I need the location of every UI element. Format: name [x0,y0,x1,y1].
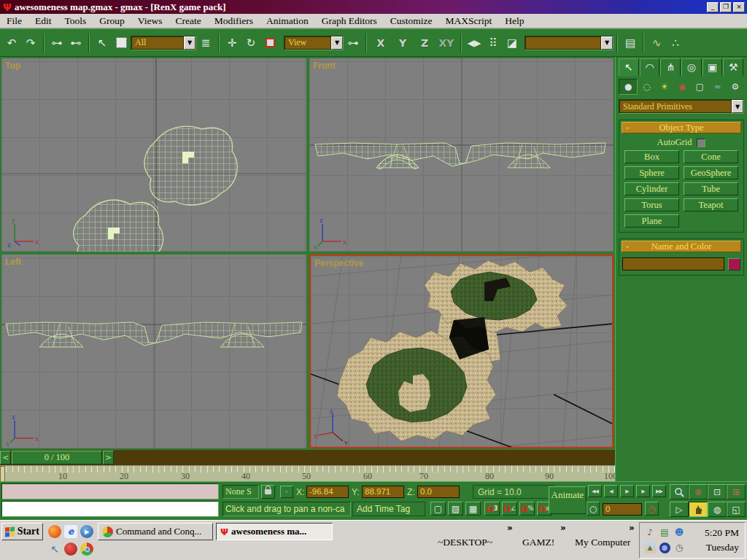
tab-hierarchy-icon[interactable]: ⋔ [660,58,681,76]
material-editor-icon[interactable]: ◪ [503,34,521,52]
tab-create-icon[interactable]: ↖ [619,58,639,76]
go-to-start-button[interactable]: ◀◀ [588,485,602,497]
category-lights-icon[interactable]: ☀ [656,79,673,95]
restrict-y-button[interactable]: Y [393,34,412,52]
go-to-end-button[interactable]: ▶▶ [652,485,666,497]
viewport-perspective[interactable]: Perspective [309,254,614,448]
viewport-front-label[interactable]: Front [313,61,336,71]
start-button[interactable]: Start [1,523,43,540]
undo-icon[interactable]: ↶ [3,34,20,52]
sphere-button[interactable]: Sphere [624,166,679,179]
track-bar[interactable]: 10 20 30 40 50 60 70 80 90 100 [0,465,615,481]
select-and-rotate-icon[interactable]: ↻ [242,34,260,52]
chrome-quicklaunch-icon[interactable] [80,542,93,556]
category-geometry-icon[interactable]: ● [619,79,638,95]
zoom-extents-all-icon[interactable]: ⊞ [727,484,746,499]
snap-toggle-25d-icon[interactable]: ▨ [448,502,463,516]
zoom-extents-icon[interactable]: ⊡ [708,484,727,499]
category-shapes-icon[interactable]: ◌ [638,79,655,95]
zoom-all-icon[interactable]: ⊛ [689,484,708,499]
task-command-and-conquer[interactable]: Command and Conq... [98,523,213,540]
select-by-name-icon[interactable]: ≣ [197,34,214,52]
curve-editor-icon[interactable]: ∿ [648,34,665,52]
array-icon[interactable]: ⠿ [484,34,502,52]
firefox-quicklaunch-icon[interactable] [48,525,61,538]
gamz-toolbar-chevron[interactable]: » [560,523,566,533]
restore-button[interactable]: ❐ [720,2,732,12]
restrict-z-button[interactable]: Z [415,34,434,52]
plane-button[interactable]: Plane [624,214,679,228]
viewport-top-label[interactable]: Top [5,61,20,71]
min-max-toggle-icon[interactable]: ◱ [727,502,746,517]
previous-frame-button[interactable]: ◀ [604,485,618,497]
viewport-front[interactable]: Front z x y [309,58,614,252]
gamz-toolbar-label[interactable]: GAMZ! [522,537,554,548]
teapot-button[interactable]: Teapot [684,198,738,211]
collapse-icon[interactable]: - [626,241,629,252]
object-color-swatch[interactable] [728,258,740,271]
dropdown-arrow-icon[interactable]: ▼ [184,36,196,50]
select-and-scale-icon[interactable] [261,34,279,52]
desktop-toolbar-chevron[interactable]: » [507,523,513,533]
time-slider-frame-indicator[interactable]: 0 / 100 [12,451,102,464]
menu-views[interactable]: Views [131,15,169,28]
tab-modify-icon[interactable]: ◠ [640,58,660,76]
object-name-input[interactable] [622,257,724,271]
snap-toggle-3d-icon[interactable]: ▢ [430,502,446,516]
menu-create[interactable]: Create [169,15,208,28]
viewport-perspective-label[interactable]: Perspective [314,258,363,268]
category-helpers-icon[interactable]: ▢ [691,79,708,95]
field-of-view-icon[interactable]: ▷ [670,502,689,517]
menu-file[interactable]: File [0,15,28,28]
dropdown-arrow-icon[interactable]: ▼ [601,36,613,50]
redo-icon[interactable]: ↷ [22,34,39,52]
viewport-left-label[interactable]: Left [5,257,21,267]
current-frame-field[interactable]: 0 [603,503,642,516]
menu-graph-editors[interactable]: Graph Editors [315,15,384,28]
cone-button[interactable]: Cone [684,150,738,163]
minimize-button[interactable]: _ [707,2,719,12]
menu-tools[interactable]: Tools [58,15,93,28]
menu-animation[interactable]: Animation [260,15,315,28]
taskbar-clock[interactable]: 5:20 PM Tuesday [686,523,745,558]
category-systems-icon[interactable]: ⚙ [727,79,744,95]
schematic-view-icon[interactable]: ∴ [667,34,684,52]
tray-volume-icon[interactable]: ♪ [645,527,656,538]
media-player-quicklaunch-icon[interactable]: ▶ [80,525,93,538]
play-button[interactable]: ▶ [620,485,634,497]
tray-scheduler-icon[interactable]: ▤ [659,527,670,538]
viewport-top[interactable]: Top y x z [1,58,306,252]
tray-messenger-icon[interactable]: ☻ [674,527,685,538]
dropdown-arrow-icon[interactable]: ▼ [331,36,343,50]
menu-modifiers[interactable]: Modifiers [208,15,260,28]
select-and-move-icon[interactable]: ✛ [223,34,241,52]
menu-customize[interactable]: Customize [384,15,439,28]
mirror-icon[interactable]: ◀▶ [465,34,483,52]
select-object-icon[interactable]: ↖ [93,34,111,52]
cylinder-button[interactable]: Cylinder [624,182,679,195]
track-bar-slider-handle[interactable] [0,466,5,481]
arc-rotate-icon[interactable]: ◍ [708,502,727,517]
menu-help[interactable]: Help [498,15,530,28]
selection-filter-dropdown[interactable]: All ▼ [131,36,196,50]
maxscript-listener-field[interactable] [1,501,219,517]
tube-button[interactable]: Tube [684,182,738,195]
task-awesomeness-map[interactable]: Ψ awesomeness ma... [216,523,333,540]
outlook-quicklaunch-icon[interactable]: e [64,525,77,538]
viewport-left[interactable]: Left z x y [1,254,306,448]
cursor-quicklaunch-icon[interactable]: ↖ [48,542,61,556]
degradation-override-icon[interactable]: ▦ [465,502,481,516]
set-key-icon[interactable]: ○ [587,502,600,516]
macro-recorder-field[interactable] [1,483,219,499]
tray-clock-app-icon[interactable]: ◷ [674,542,685,553]
torus-button[interactable]: Torus [624,198,679,211]
geosphere-button[interactable]: GeoSphere [684,166,738,179]
tab-motion-icon[interactable]: ◎ [681,58,702,76]
y-coord-field[interactable]: 88.971 [362,486,404,498]
close-button[interactable]: × [733,2,745,12]
primitives-dropdown[interactable]: Standard Primitives ▼ [619,99,744,114]
angle-snap-toggle-icon[interactable]: Ω∠ [502,502,517,516]
restrict-x-button[interactable]: X [371,34,390,52]
category-cameras-icon[interactable]: ◉ [673,79,691,95]
name-color-rollout-header[interactable]: - Name and Color [622,241,741,252]
